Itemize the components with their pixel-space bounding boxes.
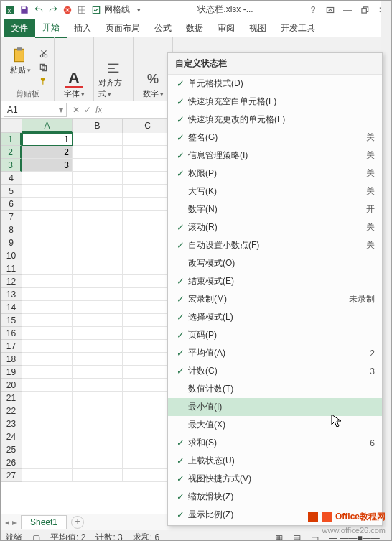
cell[interactable] [22,392,73,404]
cell[interactable] [73,249,123,262]
context-menu-item[interactable]: 大写(K)关 [168,182,382,200]
tab-formulas[interactable]: 公式 [147,19,179,37]
cut-icon[interactable] [38,48,50,60]
row-header[interactable]: 12 [1,275,22,288]
view-layout-icon[interactable]: ▤ [293,533,301,542]
cell[interactable] [123,288,173,301]
help-icon[interactable]: ? [307,4,319,17]
cell[interactable] [123,146,173,159]
cell[interactable] [123,379,173,392]
cell[interactable] [123,340,173,353]
cell[interactable] [22,404,73,417]
cell[interactable] [123,366,173,379]
cell[interactable] [73,314,123,327]
cell[interactable] [22,327,73,340]
cell[interactable] [22,249,73,262]
context-menu-item[interactable]: 数字(N)开 [168,200,382,218]
row-header[interactable]: 2 [1,146,22,159]
row-header[interactable]: 5 [1,185,22,198]
cell[interactable] [123,236,173,249]
tab-developer[interactable]: 开发工具 [274,19,322,37]
fx-icon[interactable]: fx [95,105,102,115]
font-button[interactable]: A 字体 [59,70,89,99]
tab-view[interactable]: 视图 [242,19,274,37]
cell[interactable] [22,456,73,469]
cell[interactable] [73,379,123,392]
cell[interactable] [123,159,173,172]
add-sheet-button[interactable]: + [71,516,84,529]
row-header[interactable]: 15 [1,314,22,327]
qat-dropdown-icon[interactable] [131,4,144,17]
context-menu-item[interactable]: ✓平均值(A)2 [168,344,382,362]
context-menu-item[interactable]: ✓缩放滑块(Z) [168,488,382,506]
cell[interactable] [73,262,123,275]
cell[interactable] [22,198,73,211]
cell[interactable] [123,249,173,262]
paste-button[interactable]: 粘贴 [5,46,35,87]
confirm-icon[interactable]: ✓ [84,105,91,115]
cancel-icon[interactable]: ✕ [73,105,80,115]
name-box[interactable]: A1▾ [4,103,67,117]
row-header[interactable]: 8 [1,223,22,236]
cell[interactable] [73,417,123,430]
context-menu-item[interactable]: ✓单元格模式(D) [168,75,382,93]
row-header[interactable]: 20 [1,379,22,392]
row-header[interactable]: 11 [1,262,22,275]
view-normal-icon[interactable]: ▦ [275,533,283,542]
row-header[interactable]: 13 [1,288,22,301]
checkbox-gridlines[interactable] [90,4,103,17]
cell[interactable] [123,417,173,430]
row-header[interactable]: 25 [1,443,22,456]
cell[interactable] [73,353,123,366]
cell[interactable] [123,392,173,404]
row-header[interactable]: 7 [1,211,22,223]
col-header-A[interactable]: A [22,119,73,133]
copy-icon[interactable] [38,62,50,73]
context-menu-item[interactable]: 数值计数(T) [168,380,382,398]
context-menu-item[interactable]: ✓视图快捷方式(V) [168,470,382,488]
minimize-icon[interactable]: — [341,4,354,17]
tab-review[interactable]: 审阅 [210,19,242,37]
row-header[interactable]: 16 [1,327,22,340]
cell[interactable] [73,223,123,236]
save-icon[interactable] [18,4,31,17]
row-header[interactable]: 18 [1,353,22,366]
row-header[interactable]: 14 [1,301,22,314]
sheet-tab[interactable]: Sheet1 [21,515,67,529]
context-menu-item[interactable]: ✓页码(P) [168,326,382,344]
row-header[interactable]: 23 [1,417,22,430]
cell[interactable] [73,133,123,146]
row-header[interactable]: 21 [1,392,22,404]
cell[interactable] [123,404,173,417]
context-menu-item[interactable]: ✓自动设置小数点(F)关 [168,236,382,254]
cell[interactable] [73,340,123,353]
cell[interactable] [73,236,123,249]
cell[interactable]: 2 [22,146,73,159]
cell[interactable] [73,159,123,172]
context-menu-item[interactable]: ✓权限(P)关 [168,165,382,182]
cell[interactable] [22,417,73,430]
cell[interactable] [123,133,173,146]
cell[interactable] [123,262,173,275]
format-painter-icon[interactable] [38,75,50,87]
cell[interactable] [22,366,73,379]
cell[interactable] [22,430,73,443]
cell[interactable] [123,211,173,223]
row-header[interactable]: 22 [1,404,22,417]
context-menu-item[interactable]: ✓上载状态(U) [168,452,382,470]
cell[interactable] [123,185,173,198]
context-menu-item[interactable]: ✓选择模式(L) [168,308,382,326]
cell[interactable] [73,443,123,456]
tab-insert[interactable]: 插入 [67,19,98,37]
cell[interactable] [73,366,123,379]
context-menu-item[interactable]: ✓签名(G)关 [168,129,382,147]
cell[interactable] [22,314,73,327]
cell[interactable] [123,430,173,443]
grid-icon[interactable] [75,4,88,17]
row-header[interactable]: 6 [1,198,22,211]
cell[interactable] [22,275,73,288]
context-menu-item[interactable]: ✓快速填充更改的单元格(F) [168,111,382,129]
context-menu-item[interactable]: 最小值(I) [168,398,382,416]
redo-icon[interactable] [47,4,60,17]
cell[interactable] [73,288,123,301]
